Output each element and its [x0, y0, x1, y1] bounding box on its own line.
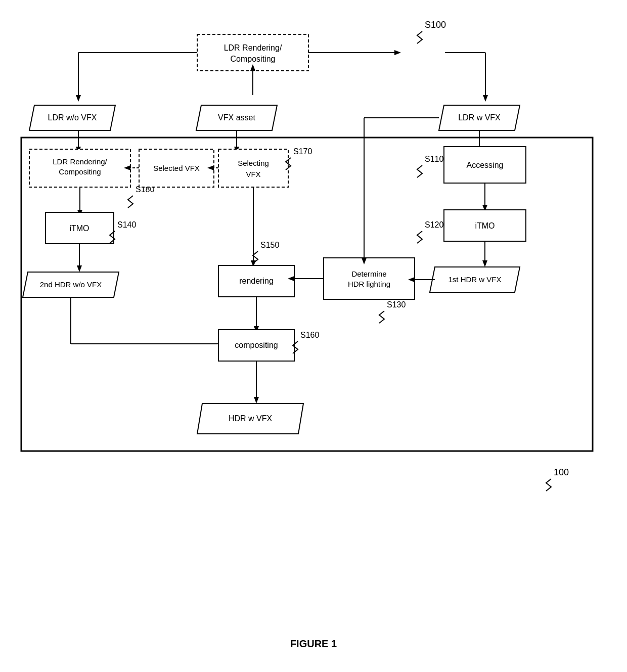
ldr-rendering-top-label2: Compositing: [231, 55, 276, 63]
ldr-rendering-inner-label1: LDR Rendering/: [53, 157, 107, 166]
s110-label: S110: [425, 155, 443, 163]
s160-label: S160: [300, 331, 319, 339]
itmo-left-label: iTMO: [69, 224, 89, 233]
accessing-label: Accessing: [467, 161, 504, 169]
flowchart-svg: S100 LDR Rendering/ Compositing LDR w/o …: [0, 0, 627, 672]
selecting-vfx-label1: Selecting: [238, 159, 269, 167]
s140-label: S140: [117, 220, 136, 229]
ldr-w-vfx-label: LDR w VFX: [458, 113, 501, 122]
diagram-container: S100 LDR Rendering/ Compositing LDR w/o …: [0, 0, 627, 672]
ldr-wo-vfx-label: LDR w/o VFX: [48, 113, 97, 122]
first-hdr-w-vfx-label: 1st HDR w VFX: [448, 275, 501, 284]
selecting-vfx-box: [218, 149, 288, 187]
hdr-w-vfx-label: HDR w VFX: [229, 414, 273, 423]
figure-caption: FIGURE 1: [290, 638, 337, 649]
s150-label: S150: [260, 241, 279, 249]
ldr-rendering-top-label1: LDR Rendering/: [224, 43, 282, 52]
itmo-right-label: iTMO: [475, 221, 495, 230]
selected-vfx-label: Selected VFX: [153, 164, 200, 172]
compositing-label: compositing: [235, 341, 278, 349]
outer-box-label: 100: [554, 467, 569, 477]
determine-hdr-box: [324, 258, 415, 299]
selecting-vfx-label2: VFX: [246, 170, 260, 178]
determine-hdr-label1: Determine: [351, 270, 386, 278]
s170-label: S170: [293, 147, 312, 156]
s130-label: S130: [387, 300, 406, 309]
s120-label: S120: [425, 220, 443, 229]
hdr-wo-vfx-label: 2nd HDR w/o VFX: [40, 280, 102, 289]
rendering-label: rendering: [239, 277, 274, 285]
determine-hdr-label2: HDR lighting: [348, 280, 390, 288]
s100-label: S100: [425, 20, 446, 30]
ldr-rendering-inner-label2: Compositing: [59, 167, 101, 176]
vfx-asset-label: VFX asset: [218, 113, 255, 122]
